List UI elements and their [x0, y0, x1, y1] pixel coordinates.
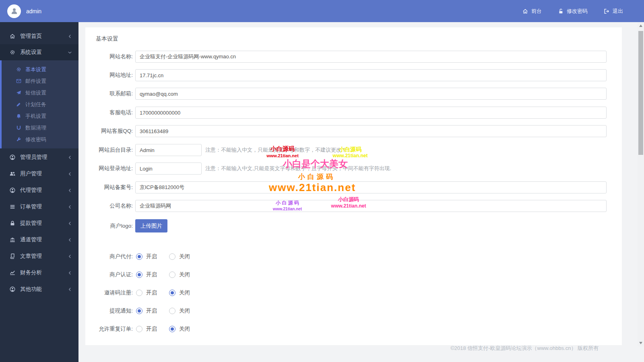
scrollbar-up-arrow[interactable]	[639, 25, 642, 27]
withdraw-notify-option[interactable]: 关闭	[169, 307, 190, 315]
upload-image-button[interactable]: 上传图片	[135, 219, 167, 232]
merchant-auth-option[interactable]: 关闭	[169, 271, 190, 278]
radio-button[interactable]	[169, 290, 175, 296]
submenu-item[interactable]: 短信设置	[2, 87, 78, 99]
field-label: 客服电话:	[85, 107, 133, 119]
login-path-input[interactable]	[135, 162, 202, 175]
radio-button[interactable]	[169, 308, 175, 314]
topnav-item[interactable]: 退出	[604, 8, 623, 15]
merchant-auth-option[interactable]: 开启	[136, 271, 157, 278]
radio-label: 关闭	[179, 271, 190, 278]
topnav-item-label: 修改密码	[567, 8, 588, 15]
sidebar-item[interactable]: 财务分析	[0, 265, 78, 281]
brand: admin	[7, 4, 41, 18]
sidebar-item-label: 其他功能	[20, 286, 42, 293]
sidebar-item[interactable]: 管理首页	[0, 28, 78, 44]
radio-label: 开启	[146, 307, 157, 315]
home-icon	[10, 33, 15, 39]
sidebar-item[interactable]: 提款管理	[0, 215, 78, 231]
submenu-item[interactable]: 计划任务	[2, 99, 78, 110]
radio-button[interactable]	[136, 308, 142, 314]
radio-label: 关闭	[179, 325, 190, 333]
data-clean-icon	[16, 125, 21, 130]
sidebar-item[interactable]: 通道管理	[0, 232, 78, 248]
contact-email-input[interactable]	[135, 88, 607, 100]
submenu-item-label: 修改密码	[25, 136, 46, 143]
radio-button[interactable]	[169, 253, 175, 260]
sidebar-item-label: 文章管理	[20, 253, 42, 260]
radio-button[interactable]	[136, 326, 142, 332]
field-label: 提现通知:	[85, 305, 133, 317]
chevron-left-icon	[68, 34, 72, 39]
allow-duplicate-order-option[interactable]: 开启	[136, 325, 157, 333]
sidebar-item[interactable]: 管理员管理	[0, 149, 78, 165]
service-qq-input[interactable]	[135, 125, 607, 137]
sidebar-item-label: 通道管理	[20, 236, 42, 243]
radio-button[interactable]	[169, 272, 175, 278]
user-circle-icon	[10, 187, 15, 193]
radio-label: 开启	[146, 271, 157, 278]
radio-field-row: 邀请码注册: 开启 关闭	[85, 287, 622, 299]
topnav-item-label: 前台	[531, 8, 542, 15]
allow-duplicate-order-option[interactable]: 关闭	[169, 325, 190, 333]
topnav-item[interactable]: 修改密码	[558, 8, 588, 15]
submenu-item-label: 手机设置	[25, 113, 46, 120]
form-field-row: 公司名称:	[85, 200, 622, 212]
radio-button[interactable]	[136, 253, 142, 260]
topbar-nav: 前台 修改密码 退出	[522, 8, 623, 15]
service-phone-input[interactable]	[135, 107, 607, 119]
sidebar-item[interactable]: 系统设置	[0, 44, 78, 60]
withdraw-notify-option[interactable]: 开启	[136, 307, 157, 315]
radio-field-row: 商户认证: 开启 关闭	[85, 269, 622, 281]
submenu-item[interactable]: 手机设置	[2, 110, 78, 122]
chevron-left-icon	[68, 155, 72, 160]
sidebar-item[interactable]: 订单管理	[0, 199, 78, 215]
merchant-auth-radio-group: 开启 关闭	[136, 269, 190, 281]
radio-label: 关闭	[179, 289, 190, 296]
site-name-input[interactable]	[135, 51, 607, 63]
radio-button[interactable]	[169, 326, 175, 332]
lock-icon	[10, 220, 15, 226]
sidebar-item[interactable]: 其他功能	[0, 281, 78, 297]
topnav-item[interactable]: 前台	[522, 8, 542, 15]
radio-label: 开启	[146, 253, 157, 260]
merchant-payout-option[interactable]: 关闭	[169, 253, 190, 260]
scrollbar-thumb[interactable]	[638, 31, 643, 155]
radio-button[interactable]	[136, 290, 142, 296]
sidebar-item[interactable]: 文章管理	[0, 248, 78, 264]
sidebar-item[interactable]: 代理管理	[0, 182, 78, 198]
field-note: 注意：不能输入中文，只能是英文字母和数字，不建议更改！	[205, 144, 347, 156]
site-url-input[interactable]	[135, 69, 607, 81]
topbar: admin 前台 修改密码 退出	[0, 0, 644, 22]
bank-icon	[10, 237, 15, 243]
sidebar-item-label: 代理管理	[20, 187, 42, 194]
invite-register-option[interactable]: 开启	[136, 289, 157, 296]
sidebar-item-label: 管理首页	[20, 33, 42, 40]
book-icon	[10, 253, 15, 259]
withdraw-notify-radio-group: 开启 关闭	[136, 305, 190, 317]
admin-dir-input[interactable]	[135, 144, 202, 156]
form-field-row: 网站客服QQ:	[85, 125, 622, 137]
scrollbar-down-arrow[interactable]	[639, 342, 642, 344]
radio-button[interactable]	[136, 272, 142, 278]
sidebar-item-label: 财务分析	[20, 269, 42, 276]
sidebar-item-label: 管理员管理	[20, 154, 47, 161]
cogs-icon	[16, 67, 21, 72]
invite-register-option[interactable]: 关闭	[169, 289, 190, 296]
submenu-item[interactable]: 修改密码	[2, 134, 78, 145]
sidebar-item[interactable]: 用户管理	[0, 166, 78, 182]
chevron-left-icon	[68, 271, 72, 275]
icp-number-input[interactable]	[135, 181, 607, 193]
allow-duplicate-order-radio-group: 开启 关闭	[136, 323, 190, 335]
brand-name: admin	[26, 8, 41, 14]
chevron-left-icon	[68, 238, 72, 242]
scrollbar[interactable]	[638, 22, 644, 347]
merchant-payout-option[interactable]: 开启	[136, 253, 157, 260]
company-name-input[interactable]	[135, 200, 607, 212]
submenu-item[interactable]: 数据清理	[2, 122, 78, 134]
submenu-item[interactable]: 邮件设置	[2, 75, 78, 87]
form-field-row: 联系邮箱:	[85, 88, 622, 100]
field-note: 注意：不能输入中文,只能是英文字母和数字，且字母开头，中间不能有字符出现.	[205, 162, 391, 175]
submenu-item[interactable]: 基本设置	[2, 64, 78, 75]
sidebar-item-label: 系统设置	[20, 49, 42, 56]
